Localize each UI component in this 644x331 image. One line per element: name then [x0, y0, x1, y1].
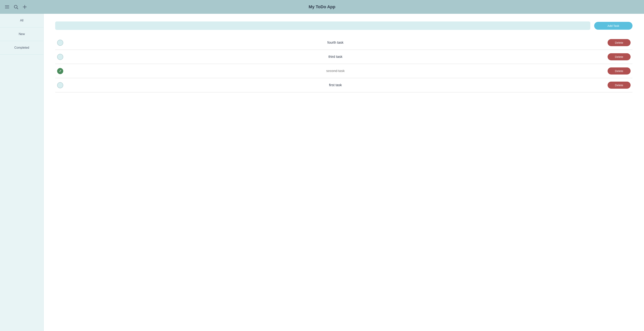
- app-title: My ToDo App: [308, 4, 335, 9]
- add-task-row: Add Task: [55, 21, 632, 30]
- sidebar: All New Completed: [0, 14, 44, 331]
- table-row: third task Delete: [55, 50, 632, 64]
- task-name-3: third task: [67, 55, 604, 59]
- task-name-4: fourth task: [67, 41, 604, 45]
- task-checkbox-4[interactable]: [57, 40, 63, 46]
- delete-button-2[interactable]: Delete: [608, 67, 630, 74]
- table-row: second task Delete: [55, 64, 632, 78]
- delete-button-4[interactable]: Delete: [608, 39, 630, 46]
- task-name-1: first task: [67, 83, 604, 87]
- delete-button-1[interactable]: Delete: [608, 82, 630, 89]
- main-layout: All New Completed Add Task fourth task D…: [0, 14, 644, 331]
- svg-line-5: [17, 8, 18, 9]
- list-icon[interactable]: [4, 4, 10, 9]
- sidebar-item-new[interactable]: New: [0, 27, 44, 41]
- plus-icon[interactable]: [22, 4, 27, 9]
- delete-button-3[interactable]: Delete: [608, 53, 630, 60]
- table-row: first task Delete: [55, 78, 632, 92]
- sidebar-item-all[interactable]: All: [0, 14, 44, 27]
- header: My ToDo App: [0, 0, 644, 14]
- task-checkbox-1[interactable]: [57, 82, 63, 88]
- header-icon-group: [4, 4, 27, 9]
- task-name-2: second task: [67, 69, 604, 73]
- task-input[interactable]: [55, 21, 590, 30]
- task-checkbox-2[interactable]: [57, 68, 63, 74]
- search-icon[interactable]: [14, 4, 18, 9]
- table-row: fourth task Delete: [55, 36, 632, 50]
- sidebar-item-completed[interactable]: Completed: [0, 41, 44, 55]
- task-checkbox-3[interactable]: [57, 54, 63, 60]
- add-task-button[interactable]: Add Task: [594, 22, 632, 30]
- main-content: Add Task fourth task Delete third task D…: [44, 14, 644, 331]
- task-list: fourth task Delete third task Delete sec…: [55, 36, 632, 92]
